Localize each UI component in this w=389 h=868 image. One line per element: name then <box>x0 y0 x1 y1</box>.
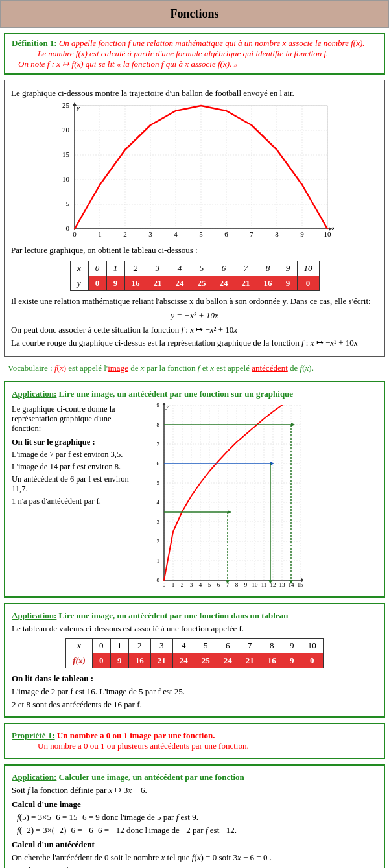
app2-line1: L'image de 2 par f est 16. L'image de 5 … <box>12 686 377 697</box>
definition-box: Définition 1: On appelle fonction f une … <box>4 33 385 75</box>
app3-title: Application: Calculer une image, un anté… <box>12 772 377 782</box>
svg-text:2: 2 <box>157 538 160 545</box>
app2-box: Application: Lire une image, un antécéde… <box>4 603 385 718</box>
app1-line1: L'image de 7 par f est environ 3,5. <box>12 450 141 460</box>
definition-text3: On note f : x ↦ f(x) qui se lit « la fon… <box>18 59 238 69</box>
svg-text:x: x <box>331 224 334 231</box>
svg-text:4: 4 <box>174 230 178 238</box>
formula1: y = −x² + 10x <box>11 311 378 321</box>
svg-text:5: 5 <box>199 230 203 238</box>
svg-text:5: 5 <box>66 200 70 207</box>
app2-row-x: x 012345678910 <box>66 639 324 653</box>
svg-text:1: 1 <box>98 230 102 238</box>
svg-text:0: 0 <box>157 577 160 583</box>
app1-line4: 1 n'a pas d'antécédent par f. <box>12 497 141 506</box>
app1-text: Le graphique ci-contre donne la représen… <box>12 402 141 509</box>
svg-text:3: 3 <box>148 230 152 238</box>
definition-text1: On appelle fonction f une relation mathé… <box>59 38 365 48</box>
table-row-x: x 012345678910 <box>70 261 319 276</box>
svg-text:9: 9 <box>157 402 160 408</box>
svg-text:4: 4 <box>157 499 160 506</box>
svg-text:9: 9 <box>300 230 304 238</box>
app3-antec1: On cherche l'antécédent de 0 soit le nom… <box>12 852 377 863</box>
table-intro: Par lecture graphique, on obtient le tab… <box>11 245 378 255</box>
svg-text:9: 9 <box>244 581 248 588</box>
prop1-content: Propriété 1: Un nombre a 0 ou 1 image pa… <box>12 731 377 751</box>
section1-text3: La courbe rouge du graphique ci-dessus e… <box>11 338 378 348</box>
svg-text:10: 10 <box>62 175 70 183</box>
svg-text:5: 5 <box>208 581 211 588</box>
svg-text:y: y <box>76 104 80 111</box>
app2-row-fx: f(x) 0 9 16 21 24 25 24 21 16 9 0 <box>66 653 324 668</box>
svg-text:5: 5 <box>157 480 160 486</box>
app3-box: Application: Calculer une image, un anté… <box>4 764 385 868</box>
definition-text2: Le nombre f(x) est calculé à partir d'un… <box>38 49 328 58</box>
svg-text:6: 6 <box>157 460 160 467</box>
app1-content: Le graphique ci-contre donne la représen… <box>12 402 377 592</box>
parabola-svg: 0 1 2 3 4 5 6 7 8 9 10 x 0 5 10 15 20 25… <box>55 102 334 239</box>
section1-table: x 012345678910 y 0 9 16 21 24 25 24 21 1… <box>11 261 378 291</box>
svg-rect-41 <box>164 405 300 580</box>
app3-intro: Soit f la fonction définie par x ↦ 3x − … <box>12 785 377 795</box>
app2-table: x 012345678910 f(x) 0 9 16 21 24 25 24 2… <box>12 638 377 668</box>
svg-text:6: 6 <box>224 230 228 238</box>
prop1-box: Propriété 1: Un nombre a 0 ou 1 image pa… <box>4 723 385 759</box>
app3-bold2: Calcul d'un antécédent <box>12 839 377 850</box>
svg-text:8: 8 <box>157 421 160 428</box>
svg-text:1: 1 <box>157 557 160 564</box>
svg-text:25: 25 <box>62 102 70 109</box>
app1-line3: Un antécédent de 6 par f est environ 11,… <box>12 475 141 494</box>
svg-text:2: 2 <box>123 230 127 238</box>
app3-calc2: f(−2) = 3×(−2)−6 = −6−6 = −12 donc l'ima… <box>17 825 377 836</box>
definition-label: Définition 1: <box>12 38 57 48</box>
app3-calc1: f(5) = 3×5−6 = 15−6 = 9 donc l'image de … <box>17 812 377 823</box>
svg-text:0: 0 <box>66 224 70 232</box>
svg-text:15: 15 <box>298 581 304 588</box>
svg-text:8: 8 <box>275 230 279 238</box>
svg-text:20: 20 <box>62 126 70 134</box>
section1-text2: On peut donc associer à cette situation … <box>11 325 378 335</box>
app1-intro: Le graphique ci-contre donne la représen… <box>12 405 141 434</box>
app3-bold1: Calcul d'une image <box>12 799 377 810</box>
svg-text:4: 4 <box>199 581 202 588</box>
app1-graph: 0 1 2 3 4 5 6 7 8 9 10 11 12 13 14 15 x … <box>148 402 377 592</box>
app2-bold1: On lit dans le tableau : <box>12 674 377 684</box>
svg-text:3: 3 <box>157 519 160 525</box>
app1-box: Application: Lire une image, un antécéde… <box>4 381 385 598</box>
svg-text:y: y <box>165 403 169 410</box>
svg-text:7: 7 <box>157 441 160 447</box>
app2-intro: Le tableau de valeurs ci-dessous est ass… <box>12 624 377 634</box>
page-title: Fonctions <box>0 0 389 28</box>
svg-text:8: 8 <box>235 581 239 588</box>
section1-text1: Il existe une relation mathématique reli… <box>11 296 378 307</box>
svg-text:10: 10 <box>324 230 332 238</box>
svg-text:13: 13 <box>279 581 286 588</box>
svg-text:0: 0 <box>163 581 166 588</box>
app2-line2: 2 et 8 sont des antécédents de 16 par f. <box>12 699 377 710</box>
section1-intro: Le graphique ci-dessous montre la trajec… <box>11 88 378 99</box>
app1-bold1: On lit sur le graphique : <box>12 438 141 447</box>
svg-text:15: 15 <box>62 150 70 158</box>
svg-text:11: 11 <box>261 581 267 588</box>
svg-text:1: 1 <box>172 581 175 588</box>
table-row-y: y 0 9 16 21 24 25 24 21 16 9 0 <box>70 276 319 291</box>
svg-text:6: 6 <box>217 581 220 588</box>
svg-text:10: 10 <box>252 581 259 588</box>
svg-text:3: 3 <box>190 581 193 588</box>
svg-text:2: 2 <box>181 581 184 588</box>
section1: Le graphique ci-dessous montre la trajec… <box>4 80 385 357</box>
app3-antec2: On résout cette équation : 3x − 6 = 0 <box>12 865 377 868</box>
parabola-graph: 0 1 2 3 4 5 6 7 8 9 10 x 0 5 10 15 20 25… <box>11 102 378 241</box>
app1-title: Application: Lire une image, un antécéde… <box>12 389 377 399</box>
app1-line2: L'image de 14 par f est environ 8. <box>12 462 141 472</box>
svg-text:7: 7 <box>250 230 253 238</box>
svg-text:0: 0 <box>73 230 77 238</box>
vocab-line: Vocabulaire : f(x) est appelé l'image de… <box>4 360 385 376</box>
app2-title: Application: Lire une image, un antécéde… <box>12 611 377 621</box>
